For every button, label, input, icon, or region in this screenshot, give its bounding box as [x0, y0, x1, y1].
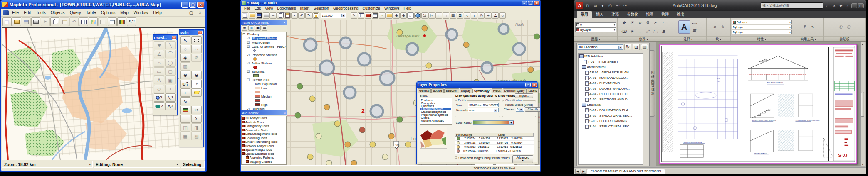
layer-control-icon[interactable] — [180, 106, 190, 114]
panel-label[interactable]: 特性 ▾ — [731, 36, 793, 41]
arcmap-titlebar[interactable]: ArcMap - ArcInfo – ▢ × — [241, 0, 540, 6]
change-view-icon[interactable]: ⊕? — [180, 80, 190, 88]
renderer-item[interactable]: Features — [420, 99, 451, 102]
new-redistricter-icon[interactable] — [117, 17, 126, 26]
layer-checkbox[interactable]: ⊟ — [242, 32, 245, 36]
sheet-row[interactable]: S-02 - STRUCTURAL SEC... — [579, 113, 643, 118]
minimize-button[interactable]: – — [851, 3, 857, 8]
copy-icon[interactable] — [50, 17, 59, 26]
menu-item[interactable]: Objects — [48, 10, 67, 16]
pan-icon[interactable]: ☞ — [407, 12, 414, 19]
info-tool-icon[interactable]: i — [180, 88, 190, 97]
main-toolbar-titlebar[interactable]: Main× — [179, 30, 203, 35]
toc-layer-row[interactable]: ☑Proposed Station — [242, 36, 286, 40]
paste-icon[interactable]: ⎗ — [837, 24, 844, 30]
sheet-set-manager-tab[interactable]: 图纸集管理器 — [650, 50, 655, 117]
close-icon[interactable]: × — [284, 21, 286, 24]
detail-icon[interactable]: ▤ — [641, 44, 648, 50]
sheet-row[interactable]: A-01 - MAIN AND SECO... — [579, 75, 643, 81]
menu-item[interactable]: Geoprocessing — [331, 6, 360, 11]
zoom-in-icon[interactable]: ⊕ — [180, 71, 190, 79]
panel-label[interactable]: 剪贴板 — [824, 36, 865, 41]
menu-item[interactable]: Map — [118, 10, 131, 16]
toolbox-item[interactable]: Conversion Tools — [242, 128, 286, 132]
panel-label[interactable]: 图层 ▾ — [574, 36, 617, 41]
dialog-tab[interactable]: General — [418, 88, 431, 93]
menu-item[interactable]: File — [242, 6, 252, 11]
advanced-button[interactable]: Advanced ▾ — [512, 155, 533, 163]
map-scale-combo[interactable]: 1:10,000▾ — [321, 13, 346, 18]
new-grapher-icon[interactable] — [98, 17, 107, 26]
renderer-item[interactable]: Proportional symbols — [420, 113, 451, 116]
select-tool-icon[interactable]: ↖ — [180, 36, 190, 44]
layer-checkbox[interactable]: ☑ — [247, 107, 250, 110]
layer-checkbox[interactable]: ☐ — [247, 78, 250, 82]
dialog-titlebar[interactable]: Layer Properties ? × — [417, 82, 538, 88]
rounded-rect-tool-icon[interactable]: ▢ — [165, 67, 176, 76]
undo-icon[interactable]: ↶ — [69, 17, 79, 26]
zoom-out-icon[interactable]: ⊖ — [400, 12, 407, 19]
polygon-tool-icon[interactable]: ⌂ — [154, 59, 164, 67]
fixed-zoom-in-icon[interactable]: ⇲ — [421, 12, 428, 19]
undo-icon[interactable]: ↶ — [298, 12, 305, 19]
layer-checkbox[interactable]: ☑ — [247, 41, 250, 44]
close-icon[interactable]: × — [198, 31, 203, 35]
list-by-selection-icon[interactable]: ▦ — [262, 25, 267, 31]
line-tool-icon[interactable]: ╲ — [165, 41, 176, 49]
clip-region-onoff-icon[interactable]: ▦ — [180, 132, 190, 140]
toolbox-item[interactable]: Spatial Analyst Tools — [242, 148, 286, 152]
ruler-icon[interactable]: 12 — [191, 106, 202, 114]
dialog-tab[interactable]: Fields — [492, 88, 502, 93]
help-button[interactable]: ? — [525, 83, 531, 87]
boundary-select-icon[interactable]: ◈ — [180, 54, 190, 62]
list-by-source-icon[interactable]: ⊞ — [248, 25, 254, 31]
open-table-icon[interactable] — [12, 17, 21, 26]
insert-block-icon[interactable]: ⧈ — [711, 24, 718, 30]
toc-titlebar[interactable]: Table Of Contents× — [241, 20, 287, 25]
menu-item[interactable]: View — [263, 6, 274, 11]
offset-icon[interactable]: ≣ — [660, 28, 667, 34]
move-icon[interactable]: ✥ — [621, 20, 628, 26]
toolbox-item[interactable]: Spatial Statistics Tools — [242, 152, 286, 156]
mapinfo-map-canvas[interactable]: Drawi...× ✱╲∠⌒⌂◯▭▢A▣◇+?╲??A? Main× ↖◌▱◈⊘… — [2, 27, 205, 160]
close-button[interactable]: × — [532, 83, 537, 87]
toc-layer-row[interactable]: ☑Proposed Stations — [242, 53, 286, 57]
stretch-icon[interactable]: ↔ — [636, 28, 643, 34]
layer-checkbox[interactable]: ☑ — [247, 37, 250, 40]
marquee-select-icon[interactable] — [191, 36, 202, 44]
toc-layer-row[interactable] — [242, 73, 286, 78]
import-button[interactable]: Import... — [515, 93, 533, 98]
menu-item[interactable]: Window — [131, 10, 151, 16]
text-tool-icon[interactable]: A — [154, 76, 164, 84]
qat-new-icon[interactable]: 🗋 — [584, 2, 591, 9]
line-style-icon[interactable]: ╲? — [165, 93, 176, 102]
refresh-icon[interactable]: ↻ — [624, 44, 631, 50]
find-icon[interactable]: ◎ — [478, 12, 485, 19]
radius-select-icon[interactable]: ◌ — [180, 45, 190, 53]
identify-icon[interactable]: i — [471, 12, 477, 19]
fixed-zoom-out-icon[interactable]: ⇱ — [428, 12, 435, 19]
new-browser-icon[interactable] — [79, 17, 88, 26]
graph-select-icon[interactable]: ▥ — [180, 62, 190, 71]
sheet-row[interactable]: S-04 - STRUCTURAL SEC... — [579, 124, 643, 129]
panel-label[interactable]: 块 ▾ — [707, 36, 730, 41]
trim-icon[interactable]: ✂ — [652, 20, 659, 26]
add-data-icon[interactable] — [312, 12, 319, 19]
class-break-row[interactable]: 0.536514 - 3.0409960.536514 - 3.040996 — [455, 149, 534, 153]
spacer[interactable] — [191, 97, 202, 105]
search-input[interactable]: 键入关键字或短语 — [761, 2, 823, 9]
toc-layer-row[interactable]: ☑Calls for Service - Feb07 — [242, 44, 286, 49]
sheet-row[interactable]: A-03 - DOORS WINDOW... — [579, 86, 643, 91]
paste-icon[interactable] — [60, 17, 69, 26]
region-style-icon[interactable]: ? — [154, 102, 164, 110]
classify-button[interactable]: Classify... — [525, 107, 540, 112]
column-header[interactable]: Range — [463, 133, 497, 136]
ribbon-tab[interactable]: 参数化 — [623, 11, 642, 18]
print-icon[interactable] — [263, 12, 270, 19]
list-by-visibility-icon[interactable]: ◉ — [255, 25, 261, 31]
ribbon-tab[interactable]: 视图 — [642, 11, 657, 18]
table-icon[interactable]: ▦ — [691, 27, 698, 34]
status-selecting-cell[interactable]: Selecting — [181, 161, 205, 168]
save-table-icon[interactable] — [22, 17, 31, 26]
column-header[interactable]: Label — [497, 133, 534, 136]
